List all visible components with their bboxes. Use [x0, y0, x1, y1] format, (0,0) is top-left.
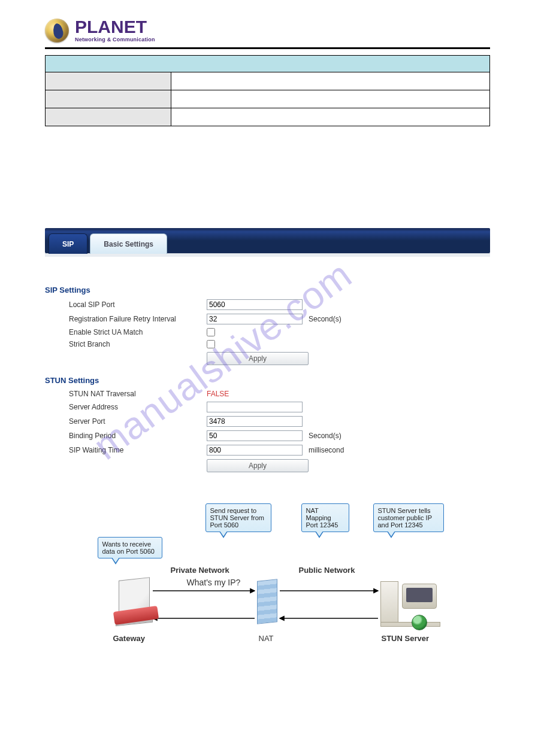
- header-divider: [45, 47, 490, 49]
- tab-bar: SIP Basic Settings: [45, 228, 490, 253]
- stun-wait-input[interactable]: [207, 445, 303, 456]
- nat-label: NAT: [259, 634, 274, 643]
- stun-server-port-input[interactable]: [207, 416, 303, 427]
- sip-apply-button[interactable]: Apply: [207, 352, 309, 365]
- stun-wait-label: SIP Waiting Time: [69, 446, 207, 454]
- stun-apply-button[interactable]: Apply: [207, 459, 309, 472]
- nat-icon: [257, 579, 277, 624]
- section-stun-settings: STUN Settings: [45, 376, 490, 385]
- stun-binding-input[interactable]: [207, 430, 303, 441]
- local-sip-port-label: Local SIP Port: [69, 300, 207, 309]
- blank-table: [45, 55, 490, 126]
- stun-wait-unit: millisecond: [309, 446, 374, 454]
- brand-name: PLANET: [75, 18, 155, 36]
- tab-sip[interactable]: SIP: [49, 233, 87, 254]
- stun-server-addr-input[interactable]: [207, 402, 303, 412]
- gateway-label: Gateway: [113, 634, 145, 643]
- stun-server-tower-icon: [380, 581, 398, 624]
- strict-branch-label: Strict Branch: [69, 340, 207, 348]
- strict-ua-checkbox[interactable]: [207, 328, 215, 336]
- stun-server-addr-label: Server Address: [69, 403, 207, 411]
- strict-branch-checkbox[interactable]: [207, 340, 215, 348]
- stun-nat-label: STUN NAT Traversal: [69, 390, 207, 398]
- brand-header: PLANET Networking & Communication: [45, 18, 490, 42]
- stun-server-base-icon: [380, 622, 440, 627]
- section-sip-settings: SIP Settings: [45, 286, 490, 294]
- stun-server-label: STUN Server: [382, 634, 429, 643]
- stun-binding-label: Binding Period: [69, 432, 207, 440]
- local-sip-port-input[interactable]: [207, 299, 303, 310]
- stun-server-port-label: Server Port: [69, 417, 207, 426]
- stun-binding-unit: Second(s): [309, 432, 374, 440]
- globe-icon: [412, 615, 427, 630]
- retry-interval-label: Registration Failure Retry Interval: [69, 315, 207, 323]
- retry-interval-input[interactable]: [207, 314, 303, 324]
- stun-nat-value: FALSE: [207, 390, 309, 398]
- brand-tagline: Networking & Communication: [75, 37, 155, 42]
- tab-basic-settings[interactable]: Basic Settings: [90, 233, 167, 254]
- stun-diagram: Wants to receive data on Port 5060 Send …: [94, 495, 442, 651]
- stun-server-monitor-icon: [402, 584, 437, 609]
- planet-logo-icon: [45, 19, 69, 42]
- retry-interval-unit: Second(s): [309, 315, 374, 323]
- strict-ua-label: Enable Strict UA Match: [69, 328, 207, 336]
